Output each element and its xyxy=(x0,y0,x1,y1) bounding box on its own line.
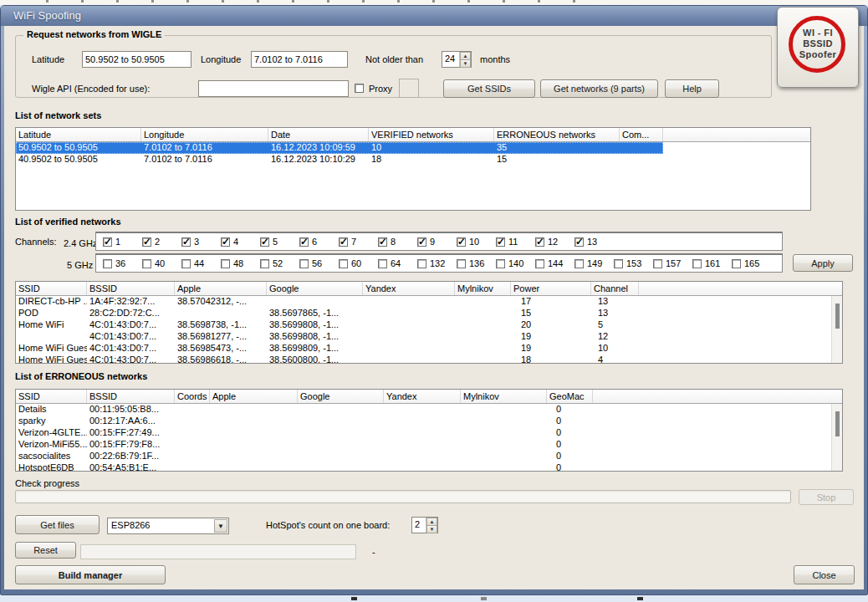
checkbox-checked-icon[interactable] xyxy=(417,237,426,247)
latitude-input[interactable] xyxy=(82,51,191,68)
vertical-scrollbar[interactable] xyxy=(831,404,842,471)
channel-56-item[interactable]: 56 xyxy=(299,258,322,268)
channel-13-item[interactable]: 13 xyxy=(574,237,597,247)
table-row[interactable]: sacsocialites00:22:6B:79:1F...0 xyxy=(16,451,842,462)
checkbox-unchecked-icon[interactable] xyxy=(260,259,269,268)
column-header-latitude[interactable]: Latitude xyxy=(16,128,141,141)
checkbox-unchecked-icon[interactable] xyxy=(574,259,584,268)
months-spinner[interactable]: 24 ▲▼ xyxy=(442,51,472,68)
checkbox-unchecked-icon[interactable] xyxy=(732,259,741,268)
table-row[interactable]: HotspotE6DB00:54:A5:B1:E...0 xyxy=(16,462,842,471)
column-header-google[interactable]: Google xyxy=(267,282,363,295)
column-header-google[interactable]: Google xyxy=(298,390,384,403)
column-header-longitude[interactable]: Longitude xyxy=(141,128,268,141)
table-row[interactable]: Details00:11:95:05:B8...0 xyxy=(16,404,842,416)
column-header-channel[interactable]: Channel xyxy=(591,282,639,295)
channel-11-item[interactable]: 11 xyxy=(496,237,518,247)
table-row[interactable]: DIRECT-cb-HP ...1A:4F:32:92:7...38.57042… xyxy=(16,296,842,308)
checkbox-unchecked-icon[interactable] xyxy=(299,259,309,268)
channel-140-item[interactable]: 140 xyxy=(496,258,523,268)
table-row[interactable]: Home WiFi4C:01:43:D0:7...38.5698738, -1.… xyxy=(16,319,842,331)
channel-1-item[interactable]: 1 xyxy=(103,237,120,247)
column-header-ssid[interactable]: SSID xyxy=(16,390,87,403)
get-networks-button[interactable]: Get networks (9 parts) xyxy=(540,79,658,98)
table-row[interactable]: 40.9502 to 50.95057.0102 to 7.011616.12.… xyxy=(16,154,810,166)
channel-12-item[interactable]: 12 xyxy=(535,237,558,247)
column-header-apple[interactable]: Apple xyxy=(175,282,267,295)
checkbox-checked-icon[interactable] xyxy=(496,237,505,247)
get-ssids-button[interactable]: Get SSIDs xyxy=(443,79,535,98)
get-files-button[interactable]: Get files xyxy=(15,515,100,534)
column-header-ssid[interactable]: SSID xyxy=(16,282,87,295)
column-header-coords[interactable]: Coords xyxy=(175,390,210,403)
channel-7-item[interactable]: 7 xyxy=(339,237,356,247)
hotspot-count-spinner[interactable]: 2 ▲▼ xyxy=(411,517,438,533)
column-header-com-[interactable]: Com... xyxy=(620,128,663,141)
checkbox-unchecked-icon[interactable] xyxy=(142,259,151,268)
checkbox-unchecked-icon[interactable] xyxy=(181,259,191,268)
table-row[interactable]: Home WiFi Guest4C:01:43:D0:7...38.569854… xyxy=(16,343,842,355)
longitude-input[interactable] xyxy=(251,51,348,68)
vertical-scrollbar[interactable] xyxy=(831,296,842,363)
checkbox-checked-icon[interactable] xyxy=(142,237,151,247)
checkbox-unchecked-icon[interactable] xyxy=(457,259,466,268)
checkbox-checked-icon[interactable] xyxy=(299,237,309,247)
stop-button[interactable]: Stop xyxy=(799,489,854,505)
checkbox-unchecked-icon[interactable] xyxy=(221,259,230,268)
channel-6-item[interactable]: 6 xyxy=(299,237,317,247)
table-row[interactable]: sparky00:12:17:AA:6...0 xyxy=(16,416,842,427)
channel-4-item[interactable]: 4 xyxy=(221,237,238,247)
spin-up-icon[interactable]: ▲ xyxy=(426,518,437,526)
erroneous-networks-table[interactable]: SSIDBSSIDCoordsAppleGoogleYandexMylnikov… xyxy=(15,389,843,472)
channel-36-item[interactable]: 36 xyxy=(103,258,125,268)
table-row[interactable]: 4C:01:43:D0:7...38.56981277, -...38.5699… xyxy=(16,331,842,343)
channel-132-item[interactable]: 132 xyxy=(417,258,445,268)
channel-3-item[interactable]: 3 xyxy=(181,237,199,247)
channel-60-item[interactable]: 60 xyxy=(339,258,361,268)
column-header-yandex[interactable]: Yandex xyxy=(384,390,461,403)
column-header-apple[interactable]: Apple xyxy=(210,390,298,403)
checkbox-unchecked-icon[interactable] xyxy=(692,259,702,268)
column-header-geomac[interactable]: GeoMac xyxy=(547,390,593,403)
column-header-bssid[interactable]: BSSID xyxy=(87,282,175,295)
column-header-erroneous-networks[interactable]: ERRONEOUS networks xyxy=(494,128,620,141)
checkbox-checked-icon[interactable] xyxy=(221,237,230,247)
close-button[interactable]: Close xyxy=(794,565,855,584)
proxy-extra-box[interactable] xyxy=(399,79,419,98)
channel-165-item[interactable]: 165 xyxy=(732,258,759,268)
checkbox-checked-icon[interactable] xyxy=(535,237,544,247)
channel-157-item[interactable]: 157 xyxy=(653,258,681,268)
table-row[interactable]: POD28:C2:DD:72:C...38.5697865, -1...1513 xyxy=(16,308,842,319)
channel-5-item[interactable]: 5 xyxy=(260,237,278,247)
checkbox-checked-icon[interactable] xyxy=(339,237,348,247)
channel-144-item[interactable]: 144 xyxy=(535,258,563,268)
channel-2-item[interactable]: 2 xyxy=(142,237,160,247)
column-header-power[interactable]: Power xyxy=(511,282,591,295)
channel-52-item[interactable]: 52 xyxy=(260,258,283,268)
column-header-mylnikov[interactable]: Mylnikov xyxy=(461,390,547,403)
column-header-verified-networks[interactable]: VERIFIED networks xyxy=(369,128,494,141)
channel-40-item[interactable]: 40 xyxy=(142,258,165,268)
checkbox-checked-icon[interactable] xyxy=(181,237,191,247)
checkbox-unchecked-icon[interactable] xyxy=(339,259,348,268)
build-manager-button[interactable]: Build manager xyxy=(15,565,166,584)
build-path-field[interactable] xyxy=(80,544,356,559)
channel-64-item[interactable]: 64 xyxy=(378,258,401,268)
column-header-date[interactable]: Date xyxy=(268,128,369,141)
table-row[interactable]: Verizon-4GLTE...00:15:FF:27:49...0 xyxy=(16,427,842,439)
channel-48-item[interactable]: 48 xyxy=(221,258,243,268)
verified-networks-table[interactable]: SSIDBSSIDAppleGoogleYandexMylnikovPowerC… xyxy=(15,281,843,364)
channel-161-item[interactable]: 161 xyxy=(692,258,720,268)
spin-up-icon[interactable]: ▲ xyxy=(460,52,471,60)
checkbox-checked-icon[interactable] xyxy=(457,237,466,247)
channel-153-item[interactable]: 153 xyxy=(614,258,641,268)
checkbox-unchecked-icon[interactable] xyxy=(496,259,505,268)
column-header-bssid[interactable]: BSSID xyxy=(87,390,175,403)
channel-10-item[interactable]: 10 xyxy=(457,237,479,247)
table-row[interactable]: Verizon-MiFi55...00:15:FF:79:F8...0 xyxy=(16,439,842,451)
checkbox-checked-icon[interactable] xyxy=(260,237,269,247)
checkbox-unchecked-icon[interactable] xyxy=(378,259,387,268)
proxy-checkbox[interactable] xyxy=(355,84,364,93)
channel-136-item[interactable]: 136 xyxy=(457,258,484,268)
spin-down-icon[interactable]: ▼ xyxy=(426,526,437,533)
